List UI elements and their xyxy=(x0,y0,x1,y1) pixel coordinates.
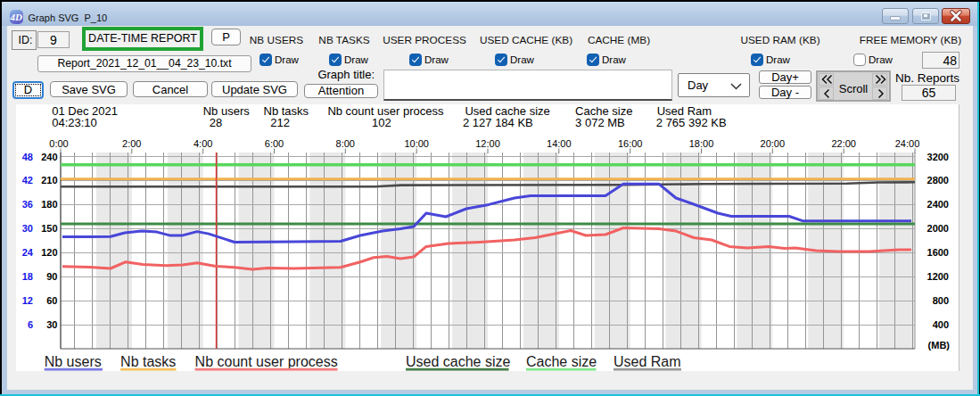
svg-text:60: 60 xyxy=(46,295,57,306)
svg-text:2800: 2800 xyxy=(927,175,949,186)
svg-text:10:00: 10:00 xyxy=(404,138,429,149)
svg-text:102: 102 xyxy=(372,116,391,129)
svg-text:120: 120 xyxy=(41,247,57,258)
svg-text:42: 42 xyxy=(22,175,33,186)
svg-text:48: 48 xyxy=(22,152,33,162)
svg-text:6: 6 xyxy=(28,319,33,330)
svg-text:Used Ram: Used Ram xyxy=(614,354,681,369)
svg-text:22:00: 22:00 xyxy=(831,138,856,149)
svg-text:36: 36 xyxy=(22,199,33,210)
svg-text:90: 90 xyxy=(46,271,57,282)
svg-text:20:00: 20:00 xyxy=(761,138,786,149)
svg-text:210: 210 xyxy=(41,175,57,186)
svg-text:28: 28 xyxy=(210,116,222,129)
svg-text:400: 400 xyxy=(933,319,949,330)
svg-text:1200: 1200 xyxy=(927,271,949,282)
svg-text:3 072 MB: 3 072 MB xyxy=(575,116,625,129)
svg-text:8:00: 8:00 xyxy=(336,138,355,149)
svg-text:6:00: 6:00 xyxy=(265,138,284,149)
svg-text:2 127 184 KB: 2 127 184 KB xyxy=(463,116,533,129)
svg-text:Nb users: Nb users xyxy=(45,354,102,369)
svg-text:2:00: 2:00 xyxy=(122,138,141,149)
svg-text:2000: 2000 xyxy=(927,223,949,234)
svg-text:800: 800 xyxy=(933,295,949,306)
svg-text:4:00: 4:00 xyxy=(194,138,212,149)
svg-text:24:00: 24:00 xyxy=(895,138,920,149)
svg-text:Nb count user process: Nb count user process xyxy=(195,354,338,369)
svg-text:12:00: 12:00 xyxy=(475,138,500,149)
svg-text:30: 30 xyxy=(22,223,33,234)
svg-text:240: 240 xyxy=(41,152,57,162)
svg-text:Cache size: Cache size xyxy=(526,354,597,369)
svg-text:24: 24 xyxy=(22,247,34,258)
svg-text:180: 180 xyxy=(41,199,57,210)
svg-text:(MB): (MB) xyxy=(928,340,951,351)
svg-text:Used cache size: Used cache size xyxy=(406,354,510,369)
svg-text:3200: 3200 xyxy=(927,152,949,162)
svg-text:30: 30 xyxy=(46,319,57,330)
svg-text:0:00: 0:00 xyxy=(49,138,68,149)
svg-text:2 765 392 KB: 2 765 392 KB xyxy=(656,116,727,129)
svg-text:212: 212 xyxy=(270,116,290,129)
svg-text:04:23:10: 04:23:10 xyxy=(52,116,97,129)
svg-text:12: 12 xyxy=(22,295,33,306)
svg-text:150: 150 xyxy=(41,223,57,234)
svg-text:18: 18 xyxy=(22,271,33,282)
svg-text:16:00: 16:00 xyxy=(618,138,643,149)
svg-text:2400: 2400 xyxy=(927,199,949,210)
svg-text:18:00: 18:00 xyxy=(689,138,714,149)
svg-text:1600: 1600 xyxy=(927,247,949,258)
svg-text:Nb tasks: Nb tasks xyxy=(120,354,176,369)
svg-text:14:00: 14:00 xyxy=(547,138,572,149)
